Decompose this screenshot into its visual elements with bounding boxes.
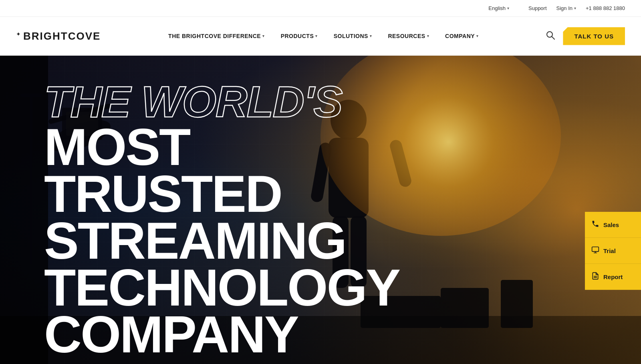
- nav-label-company: COMPANY: [445, 33, 475, 39]
- signin-link[interactable]: Sign In ▾: [556, 5, 576, 11]
- nav-chevron-products: ▾: [315, 34, 318, 38]
- hero-line2: MOST TRUSTED: [44, 124, 429, 217]
- phone-icon: [591, 220, 599, 230]
- svg-rect-20: [501, 280, 533, 328]
- trial-button[interactable]: Trial: [585, 238, 641, 264]
- logo[interactable]: ✦ BRIGHTCOVE: [16, 30, 101, 42]
- monitor-icon: [591, 246, 599, 256]
- trial-label: Trial: [603, 247, 616, 254]
- svg-line-1: [552, 36, 554, 39]
- hero-line3: STREAMING: [44, 217, 429, 264]
- nav-item-brightcove-difference[interactable]: THE BRIGHTCOVE DIFFERENCE ▾: [160, 33, 273, 39]
- phone-label: +1 888 882 1880: [586, 5, 625, 11]
- phone-number[interactable]: +1 888 882 1880: [586, 5, 625, 11]
- logo-mark-icon: ✦: [16, 31, 21, 37]
- side-buttons: Sales Trial Report: [585, 212, 641, 290]
- svg-rect-19: [441, 288, 489, 328]
- language-label: English: [488, 5, 506, 11]
- nav-chevron-brightcove-difference: ▾: [262, 34, 265, 38]
- talk-to-us-button[interactable]: TALK TO US: [563, 27, 625, 45]
- nav-item-resources[interactable]: RESOURCES ▾: [380, 33, 437, 39]
- nav-chevron-company: ▾: [476, 34, 479, 38]
- nav-item-company[interactable]: COMPANY ▾: [437, 33, 487, 39]
- hero-line4: TECHNOLOGY: [44, 264, 429, 311]
- nav-links: THE BRIGHTCOVE DIFFERENCE ▾ PRODUCTS ▾ S…: [101, 33, 546, 39]
- document-icon: [591, 272, 599, 282]
- hero-section: THE WORLD'S MOST TRUSTED STREAMING TECHN…: [0, 56, 641, 364]
- language-chevron: ▾: [507, 6, 509, 10]
- sales-label: Sales: [603, 221, 619, 228]
- hero-line1: THE WORLD'S: [44, 80, 429, 124]
- nav-label-brightcove-difference: THE BRIGHTCOVE DIFFERENCE: [168, 33, 261, 39]
- nav-item-products[interactable]: PRODUCTS ▾: [273, 33, 326, 39]
- report-button[interactable]: Report: [585, 264, 641, 290]
- svg-rect-21: [592, 247, 599, 251]
- main-navigation: ✦ BRIGHTCOVE THE BRIGHTCOVE DIFFERENCE ▾…: [0, 17, 641, 56]
- nav-label-resources: RESOURCES: [388, 33, 425, 39]
- sales-button[interactable]: Sales: [585, 212, 641, 238]
- nav-label-solutions: SOLUTIONS: [334, 33, 368, 39]
- language-selector[interactable]: English ▾: [488, 5, 509, 11]
- nav-right: TALK TO US: [546, 27, 625, 45]
- top-bar: English ▾ Support Sign In ▾ +1 888 882 1…: [0, 0, 641, 17]
- search-icon[interactable]: [546, 31, 555, 42]
- nav-chevron-resources: ▾: [427, 34, 429, 38]
- support-label: Support: [528, 5, 547, 11]
- hero-headline: THE WORLD'S MOST TRUSTED STREAMING TECHN…: [44, 80, 429, 358]
- hero-line5: COMPANY: [44, 311, 429, 358]
- support-link[interactable]: Support: [528, 5, 547, 11]
- signin-chevron: ▾: [574, 6, 576, 10]
- nav-label-products: PRODUCTS: [281, 33, 314, 39]
- hero-content: THE WORLD'S MOST TRUSTED STREAMING TECHN…: [44, 80, 429, 364]
- signin-label: Sign In: [556, 5, 572, 11]
- report-label: Report: [603, 274, 623, 280]
- nav-chevron-solutions: ▾: [370, 34, 372, 38]
- logo-text: BRIGHTCOVE: [23, 30, 101, 42]
- nav-item-solutions[interactable]: SOLUTIONS ▾: [326, 33, 380, 39]
